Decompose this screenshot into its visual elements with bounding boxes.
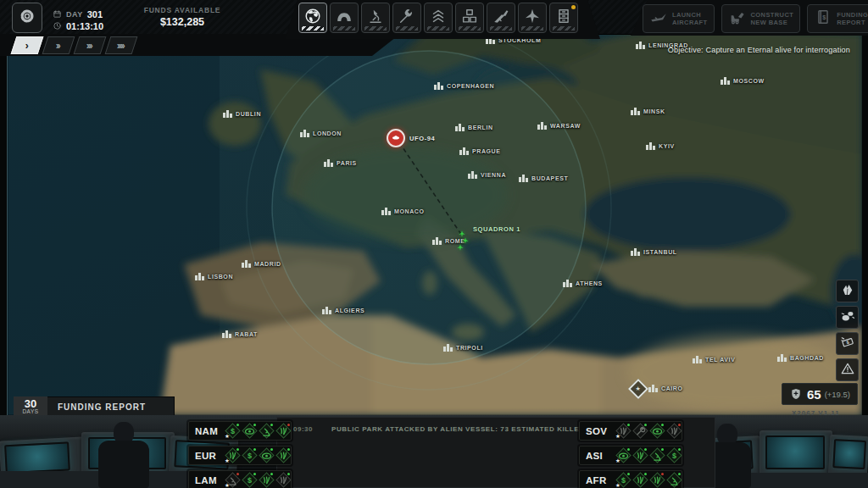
region-panel-sov[interactable]: SOV ★ [579,421,682,441]
city-label-minsk: MINSK [631,103,665,119]
city-label-layer: STOCKHOLMHELSINKILENINGRADCOPENHAGENMOSC… [8,34,862,415]
objective-text: Objective: Capture an Eternal alive for … [668,46,850,54]
city-label-kyiv: KYIV [646,138,675,153]
research-icon [366,7,385,29]
region-event-microscope-icon [650,448,665,463]
launch-aircraft-button[interactable]: LAUNCHAIRCRAFT [643,4,715,33]
ufo-label: UFO-94 [409,135,435,142]
resources-button[interactable] [836,280,859,302]
region-panel-eur[interactable]: EUR ★ $ [188,446,292,465]
personnel-icon [429,7,448,29]
region-event-claw-icon [633,448,648,463]
city-icon [443,340,453,355]
city-icon [631,244,640,259]
geoscape-map[interactable]: STOCKHOLMHELSINKILENINGRADCOPENHAGENMOSC… [7,34,862,415]
city-label-moscow: MOSCOW [721,73,765,88]
region-code: NAM [189,426,225,436]
svg-text:$: $ [621,476,626,485]
launch-aircraft-icon [649,8,668,30]
nav-research-button[interactable] [361,3,390,33]
player-base-marker[interactable]: ★ [628,379,648,399]
region-event-eye-icon: ★ [616,448,631,463]
city-label-tel-aviv: TEL AVIV [693,352,735,367]
nav-armory-button[interactable] [487,3,515,33]
funding-report-button[interactable]: $ FUNDINGREPORT [807,4,868,33]
base-star-icon: ★ [636,386,641,392]
construct-new-base-button[interactable]: CONSTRUCTNEW BASE [721,4,801,33]
city-label-lisbon: LISBON [195,269,233,284]
city-icon [432,233,442,248]
city-icon [563,275,572,291]
region-event-wrench-icon [633,424,648,438]
region-code: ASI [580,451,616,461]
ufo-marker[interactable] [387,129,405,147]
funding-report-widget[interactable]: 30 DAYS FUNDING REPORT [14,396,175,417]
region-panel-lam[interactable]: LAM ★ $ [188,470,292,488]
funding-button[interactable]: $ [836,332,859,355]
city-icon [455,119,465,135]
city-icon [636,37,645,53]
action-buttons: LAUNCHAIRCRAFT CONSTRUCTNEW BASE$ FUNDIN… [643,4,868,33]
city-icon [537,118,547,133]
nav-engineering-button[interactable] [392,3,421,33]
region-event-dollar-icon: $ [667,448,682,463]
sightings-icon [840,308,855,327]
region-event-microscope-icon [259,424,274,438]
funding-report-bar[interactable]: FUNDING REPORT [47,396,175,417]
aircraft-icon [523,7,542,29]
city-icon [222,326,231,341]
region-panel-asi[interactable]: ASI ★ $ [579,446,682,465]
speed-3-button[interactable]: ››› [74,36,107,54]
time-speed-controls: ›››››››››› [14,36,135,54]
geoscape-screen: { "colors": {"accent_green":"#3fae4a","a… [0,0,868,488]
construct-new-base-label: CONSTRUCTNEW BASE [751,11,794,26]
funding-report-label: FUNDING REPORT [58,402,146,412]
squadron-jet-icon[interactable] [456,240,465,255]
nav-personnel-button[interactable] [424,3,453,33]
equipment-icon [460,7,479,29]
days-counter: 30 DAYS [14,396,47,417]
city-label-dublin: DUBLIN [223,106,261,121]
region-event-claw-icon [276,448,291,463]
notification-badge [571,5,576,9]
funds-label: FUNDS AVAILABLE [127,6,237,14]
region-event-dollar-icon: $ ★ [616,473,631,487]
city-icon [519,170,528,186]
speed-4-button[interactable]: ›››› [105,36,138,54]
funding-report-icon: $ [814,8,832,30]
region-event-dollar-icon: $ ★ [225,424,240,438]
sightings-button[interactable] [836,306,859,329]
region-code: EUR [189,451,225,461]
funds-display: FUNDS AVAILABLE $132,285 [127,6,237,28]
city-label-baghdad: BAGHDAD [777,350,824,365]
settings-button[interactable] [12,3,42,33]
region-panel-afr[interactable]: AFR $ ★ [579,470,682,488]
speed-1-button[interactable]: › [11,36,44,54]
engineering-icon [398,7,416,29]
region-panel-nam[interactable]: NAM $ ★ [188,421,292,441]
nav-bases-button[interactable] [330,3,359,33]
city-label-warsaw: WARSAW [537,118,581,133]
nav-equipment-button[interactable] [455,3,484,33]
geoscape-icon [303,7,322,29]
clock-icon [53,19,62,34]
speed-2-button[interactable]: ›› [42,36,75,54]
time-value: 01:13:10 [66,21,103,31]
region-code: SOV [580,426,616,436]
region-code: LAM [189,475,225,485]
city-label-istanbul: ISTANBUL [631,244,677,259]
city-label-cairo: CAIRO [648,380,683,396]
nav-aircraft-button[interactable] [518,3,547,33]
region-event-claw-icon [259,473,274,487]
alerts-button[interactable] [836,358,859,381]
city-icon [777,350,787,365]
city-icon [195,269,204,284]
city-label-berlin: BERLIN [455,119,493,135]
nav-geoscape-button[interactable] [298,3,327,33]
city-icon [434,78,443,93]
alerts-icon [840,361,855,380]
city-label-madrid: MADRID [242,256,281,271]
city-icon [223,106,232,121]
bases-icon [335,7,353,29]
nav-archive-button[interactable] [549,3,578,33]
